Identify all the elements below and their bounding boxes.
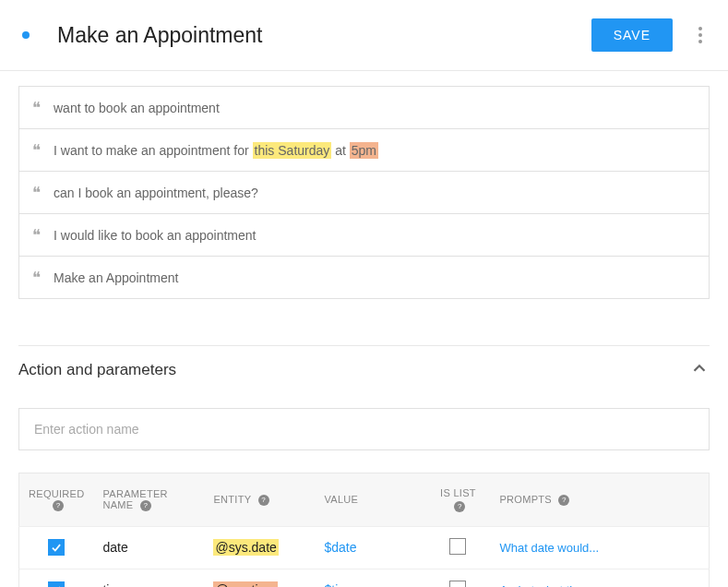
quote-icon: ❝ <box>32 142 41 158</box>
quote-icon: ❝ <box>32 270 41 285</box>
page-header: Make an Appointment SAVE <box>0 0 728 71</box>
phrase-text: want to book an appointment <box>54 101 220 115</box>
phrase-text: can I book an appointment, please? <box>54 186 258 200</box>
parameter-row: date@sys.date$dateWhat date would... <box>19 526 710 569</box>
entity-highlight[interactable]: this Saturday <box>253 142 332 159</box>
save-button[interactable]: SAVE <box>591 18 673 52</box>
phrase-text: Make an Appointment <box>54 270 178 285</box>
chevron-up-icon[interactable] <box>689 358 710 382</box>
quote-icon: ❝ <box>32 100 41 115</box>
value-cell[interactable]: $time <box>324 582 355 587</box>
section-title: Action and parameters <box>18 361 176 379</box>
param-name-cell[interactable]: date <box>93 526 204 569</box>
is-list-checkbox[interactable] <box>449 581 466 587</box>
phrase-text: I would like to book an appointment <box>54 228 256 243</box>
quote-icon: ❝ <box>32 227 41 243</box>
parameters-table: REQUIRED ? PARAMETER NAME ? ENTITY ? VAL… <box>18 473 710 587</box>
is-list-checkbox[interactable] <box>449 538 466 555</box>
param-name-cell[interactable]: time <box>93 569 204 587</box>
training-phrase-row[interactable]: ❝Make an Appointment <box>19 257 709 298</box>
phrase-text: I want to make an appointment for this S… <box>54 143 378 158</box>
training-phrase-row[interactable]: ❝can I book an appointment, please? <box>19 172 709 214</box>
header-required: REQUIRED ? <box>19 473 94 527</box>
parameter-row: time@sys.time$timeAnd at what tim... <box>19 569 710 587</box>
entity-badge[interactable]: @sys.time <box>213 581 278 587</box>
entity-highlight[interactable]: 5pm <box>350 142 378 159</box>
quote-icon: ❝ <box>32 185 41 200</box>
training-phrase-row[interactable]: ❝want to book an appointment <box>19 87 709 129</box>
help-icon[interactable]: ? <box>53 500 64 511</box>
required-checkbox[interactable] <box>48 539 65 556</box>
header-value: VALUE <box>315 473 425 527</box>
value-cell[interactable]: $date <box>324 540 356 555</box>
header-param-name: PARAMETER NAME ? <box>93 473 204 527</box>
action-name-input[interactable] <box>18 408 710 450</box>
page-title: Make an Appointment <box>57 23 591 48</box>
more-menu-icon[interactable] <box>691 19 710 51</box>
status-dot <box>22 31 30 39</box>
header-prompts: PROMPTS ? <box>490 473 709 527</box>
training-phrase-row[interactable]: ❝I would like to book an appointment <box>19 214 709 257</box>
help-icon[interactable]: ? <box>258 495 269 506</box>
header-entity: ENTITY ? <box>204 473 315 527</box>
required-checkbox[interactable] <box>48 581 65 587</box>
prompt-link[interactable]: What date would... <box>499 541 599 555</box>
help-icon[interactable]: ? <box>558 495 569 506</box>
help-icon[interactable]: ? <box>140 500 151 511</box>
training-phrases-list: ❝want to book an appointment❝I want to m… <box>18 86 710 299</box>
help-icon[interactable]: ? <box>454 501 465 512</box>
entity-badge[interactable]: @sys.date <box>213 539 278 556</box>
section-header: Action and parameters <box>18 345 710 382</box>
training-phrase-row[interactable]: ❝I want to make an appointment for this … <box>19 129 709 172</box>
header-is-list: IS LIST? <box>425 473 490 527</box>
prompt-link[interactable]: And at what tim... <box>499 583 591 587</box>
